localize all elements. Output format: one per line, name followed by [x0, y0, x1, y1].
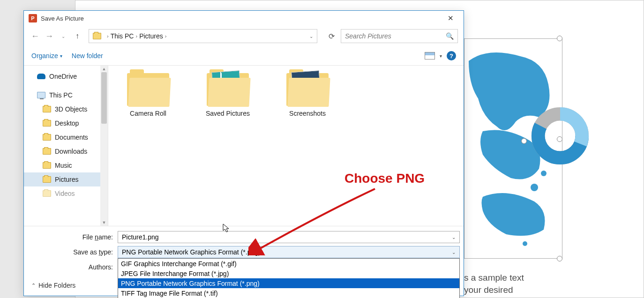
organize-button[interactable]: Organize ▾	[31, 52, 62, 60]
filename-input[interactable]: Picture1.png ⌄	[118, 231, 460, 243]
titlebar: P Save As Picture ✕	[24, 11, 464, 26]
dropdown-option-tiff[interactable]: TIFF Tag Image File Format (*.tif)	[118, 288, 459, 298]
breadcrumb-this-pc[interactable]: This PC	[111, 32, 134, 40]
address-bar[interactable]: › This PC › Pictures › ⌄	[89, 29, 317, 43]
folder-icon	[43, 190, 51, 197]
recent-dropdown[interactable]: ⌄	[58, 30, 69, 42]
folder-icon	[93, 33, 101, 39]
nav-this-pc[interactable]: This PC	[24, 88, 108, 102]
form-area: File name: Picture1.png ⌄ Save as type: …	[24, 226, 464, 296]
folder-icon	[43, 162, 51, 169]
help-button[interactable]: ?	[447, 51, 456, 60]
chevron-up-icon: ⌃	[31, 283, 36, 289]
search-box[interactable]: 🔍	[341, 29, 458, 43]
folder-icon	[127, 73, 169, 106]
scrollbar-thumb[interactable]	[101, 72, 107, 124]
search-icon[interactable]: 🔍	[446, 32, 454, 40]
back-button[interactable]: ←	[30, 30, 41, 42]
nav-pictures[interactable]: Pictures	[24, 172, 108, 186]
savetype-label: Save as type:	[24, 248, 118, 256]
dialog-title: Save As Picture	[41, 15, 441, 22]
folder-camera-roll[interactable]: Camera Roll	[118, 73, 179, 117]
body-area: OneDrive This PC 3D Objects Desktop Docu…	[24, 65, 464, 226]
nav-desktop[interactable]: Desktop	[24, 116, 108, 130]
dropdown-option-png[interactable]: PNG Portable Network Graphics Format (*.…	[118, 278, 459, 288]
chevron-down-icon[interactable]: ⌄	[452, 250, 456, 255]
address-dropdown[interactable]: ⌄	[309, 34, 313, 39]
content-pane[interactable]: Camera Roll Saved Pictures Screenshots	[108, 66, 464, 226]
view-mode-icon[interactable]	[425, 52, 435, 60]
hide-folders-button[interactable]: ⌃ Hide Folders	[31, 282, 75, 289]
folder-icon	[43, 120, 51, 127]
chevron-right-icon[interactable]: ›	[107, 33, 109, 39]
onedrive-icon	[37, 74, 45, 79]
donut-chart	[530, 105, 591, 166]
chevron-right-icon[interactable]: ›	[165, 33, 167, 39]
chevron-down-icon: ▾	[60, 53, 62, 59]
nav-documents[interactable]: Documents	[24, 130, 108, 144]
breadcrumb-pictures[interactable]: Pictures	[139, 32, 163, 40]
filename-label: File name:	[24, 233, 118, 241]
nav-music[interactable]: Music	[24, 158, 108, 172]
pc-icon	[37, 92, 45, 98]
navbar: ← → ⌄ ↑ › This PC › Pictures › ⌄ ⟳ 🔍	[24, 26, 464, 46]
nav-3d-objects[interactable]: 3D Objects	[24, 102, 108, 116]
chevron-right-icon[interactable]: ›	[135, 33, 137, 39]
folder-icon	[43, 106, 51, 112]
folder-icon	[286, 73, 329, 106]
nav-downloads[interactable]: Downloads	[24, 144, 108, 158]
navigation-pane[interactable]: OneDrive This PC 3D Objects Desktop Docu…	[24, 66, 108, 226]
savetype-combo[interactable]: PNG Portable Network Graphics Format (*.…	[118, 246, 460, 258]
selection-handle[interactable]	[557, 36, 562, 41]
folder-icon	[43, 134, 51, 141]
folder-saved-pictures[interactable]: Saved Pictures	[197, 73, 258, 117]
folder-icon	[43, 176, 51, 183]
nav-scrollbar[interactable]: ▲ ▼	[100, 66, 108, 226]
authors-label: Authors:	[24, 263, 118, 271]
dropdown-option-gif[interactable]: GIF Graphics Interchange Format (*.gif)	[118, 259, 459, 268]
nav-onedrive[interactable]: OneDrive	[24, 69, 108, 83]
up-button[interactable]: ↑	[72, 30, 83, 42]
powerpoint-icon: P	[29, 14, 37, 22]
folder-icon	[43, 148, 51, 155]
new-folder-button[interactable]: New folder	[72, 52, 103, 60]
savetype-dropdown[interactable]: GIF Graphics Interchange Format (*.gif) …	[118, 258, 460, 298]
folder-screenshots[interactable]: Screenshots	[277, 73, 338, 117]
selection-handle[interactable]	[557, 256, 562, 261]
dropdown-option-jpeg[interactable]: JPEG File Interchange Format (*.jpg)	[118, 268, 459, 278]
scroll-up-icon[interactable]: ▲	[100, 66, 108, 72]
chevron-down-icon[interactable]: ▾	[440, 53, 442, 59]
save-as-dialog: P Save As Picture ✕ ← → ⌄ ↑ › This PC › …	[23, 10, 464, 296]
selection-handle[interactable]	[521, 138, 527, 144]
scroll-down-icon[interactable]: ▼	[100, 219, 108, 226]
chevron-down-icon[interactable]: ⌄	[452, 235, 456, 240]
nav-videos[interactable]: Videos	[24, 186, 108, 201]
close-button[interactable]: ✕	[441, 12, 460, 25]
toolbar: Organize ▾ New folder ▾ ?	[24, 46, 464, 65]
slide-text: s a sample text your desired	[464, 272, 524, 296]
search-input[interactable]	[345, 32, 446, 40]
refresh-button[interactable]: ⟳	[325, 30, 338, 42]
forward-button[interactable]: →	[44, 30, 55, 42]
folder-icon	[207, 73, 249, 106]
